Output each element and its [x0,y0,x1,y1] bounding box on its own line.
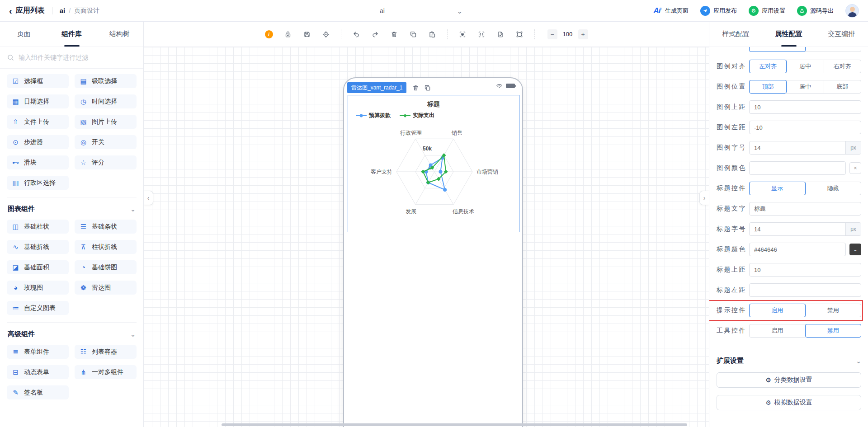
section-header[interactable]: 高级组件⌄ [7,322,137,345]
segment-option[interactable]: 居中 [786,80,824,94]
segment-option[interactable]: 左对齐 [749,60,787,73]
sidebar-component-item[interactable]: ◎开关 [75,135,137,149]
extension-settings-section[interactable]: 扩展设置 ⌄ [717,357,861,365]
save-icon[interactable] [303,30,311,38]
delete-component-icon[interactable] [411,84,420,92]
text-input[interactable]: 10 [749,263,861,277]
sidebar-component-item[interactable]: ⊙步进器 [7,135,69,149]
input-value: 14 [750,145,845,151]
segment-option[interactable]: 隐藏 [805,182,862,195]
preview-icon[interactable] [458,30,467,38]
section-header[interactable]: 图表组件⌄ [7,197,137,220]
doc-check-icon[interactable] [496,30,505,38]
horizontal-scrollbar[interactable] [222,423,687,426]
tab-2[interactable]: 结构树 [95,22,143,47]
code-export-button[interactable]: 源码导出 [797,6,834,16]
sidebar-component-item[interactable]: ▤级联选择 [75,74,137,88]
zoom-in-button[interactable]: + [578,29,588,39]
area-chart-icon: ◪ [12,264,19,271]
info-icon[interactable]: i [265,30,273,38]
undo-icon[interactable] [352,30,360,38]
design-canvas[interactable]: 雷达图_vant_radar_1 标题 预算拨款实际支出 行政管理销售市场营销信… [144,47,709,427]
sidebar-component-item[interactable]: ⋔一对多组件 [75,365,137,379]
user-avatar[interactable] [845,4,859,18]
back-chevron-icon[interactable]: ‹ [9,6,12,15]
generate-page-button[interactable]: Ai↑ 生成页面 [654,6,689,15]
zoom-out-button[interactable]: − [547,29,557,39]
tab-0[interactable]: 样式配置 [709,22,762,47]
search-input[interactable]: 输入组件关键字进行过滤 [19,54,88,62]
sidebar-component-item[interactable]: ⊼柱状折线 [75,240,137,254]
text-input[interactable] [749,161,846,175]
sidebar-component-item[interactable]: ◷时间选择 [75,94,137,108]
segment-option[interactable]: 右对齐 [824,60,861,73]
segment-option[interactable]: 显示 [749,182,806,195]
segment-option[interactable]: 启用 [749,324,806,338]
component-search[interactable]: 输入组件关键字进行过滤 [0,47,143,69]
selected-radar-component[interactable]: 雷达图_vant_radar_1 标题 预算拨款实际支出 行政管理销售市场营销信… [348,95,519,232]
sidebar-component-item[interactable]: ✎签名板 [7,385,69,399]
text-input[interactable]: 10 [749,100,861,114]
app-select-dropdown[interactable]: ai ⌄ [380,0,385,22]
sidebar-component-item[interactable]: ∿基础折线 [7,240,69,254]
tab-0[interactable]: 页面 [0,22,48,47]
back-button[interactable]: 应用列表 [16,6,45,15]
sidebar-component-item[interactable]: ▥行政区选择 [7,176,69,190]
sidebar-component-item[interactable]: ▦日期选择 [7,94,69,108]
sidebar-component-item[interactable]: ⊟动态表单 [7,365,69,379]
segment-option[interactable]: 启用 [749,304,806,317]
segment-option[interactable]: 底部 [824,80,861,94]
sidebar-component-item[interactable]: ▧图片上传 [75,115,137,129]
text-input[interactable]: 14px [749,141,861,155]
unlock-icon[interactable] [284,30,292,38]
text-input[interactable]: -10 [749,121,861,134]
text-input[interactable]: 14px [749,222,861,236]
redo-icon[interactable] [371,30,379,38]
tab-1[interactable]: 组件库 [48,22,96,47]
text-input[interactable]: 标题 [749,202,861,216]
breadcrumb-app[interactable]: ai [60,7,66,14]
collapse-panel-button[interactable]: › [699,191,709,205]
segment-option[interactable]: 禁用 [805,324,862,338]
component-item-label: 自定义图表 [24,304,56,312]
clear-color-button[interactable]: × [849,162,861,174]
segment-option[interactable]: 顶部 [749,80,787,94]
data-settings-button[interactable]: ⚙模拟数据设置 [717,395,861,410]
paste-icon[interactable] [428,30,436,38]
copy-component-icon[interactable] [423,84,431,92]
sidebar-component-item[interactable]: ⊷滑块 [7,155,69,169]
sidebar-component-item[interactable]: ☑选择框 [7,74,69,88]
sidebar-component-item[interactable]: ◫基础柱状 [7,220,69,234]
data-settings-button[interactable]: ⚙分类数据设置 [717,372,861,388]
segment-option[interactable]: 居中 [786,60,824,73]
sidebar-component-item[interactable]: ◔基础饼图 [75,260,137,274]
sidebar-component-item[interactable]: ☸雷达图 [75,281,137,295]
sidebar-component-item[interactable]: ☆评分 [75,155,137,169]
sidebar-component-item[interactable]: ≣表单组件 [7,345,69,359]
collapse-sidebar-button[interactable]: ‹ [144,191,153,205]
sidebar-component-item[interactable]: ≔自定义图表 [7,301,69,315]
segment-option[interactable] [749,47,806,52]
text-input[interactable] [749,283,861,297]
sidebar-component-item[interactable]: ◕玫瑰图 [7,281,69,295]
trash-icon[interactable] [390,30,398,38]
frame-icon[interactable] [515,30,524,38]
component-name-tag[interactable]: 雷达图_vant_radar_1 [347,82,406,93]
segment-option[interactable]: 禁用 [805,304,862,317]
sidebar-component-item[interactable]: ◪基础面积 [7,260,69,274]
tab-2[interactable]: 交互编排 [815,22,868,47]
sidebar-component-item[interactable]: ☰基础条状 [75,220,137,234]
segment-option[interactable] [805,47,862,52]
app-publish-button[interactable]: 应用发布 [700,6,737,16]
legend-item[interactable]: 预算拨款 [356,112,391,119]
text-input[interactable]: #464646 [749,243,846,256]
color-picker-button[interactable]: ⌄ [849,244,861,255]
sidebar-component-item[interactable]: ⇧文件上传 [7,115,69,129]
target-icon[interactable] [322,30,330,38]
code-icon[interactable] [477,30,486,38]
tab-1[interactable]: 属性配置 [762,22,815,47]
legend-item[interactable]: 实际支出 [400,112,434,119]
sidebar-component-item[interactable]: ☷列表容器 [75,345,137,359]
app-settings-button[interactable]: ⚙ 应用设置 [749,6,785,16]
copy-icon[interactable] [409,30,417,38]
